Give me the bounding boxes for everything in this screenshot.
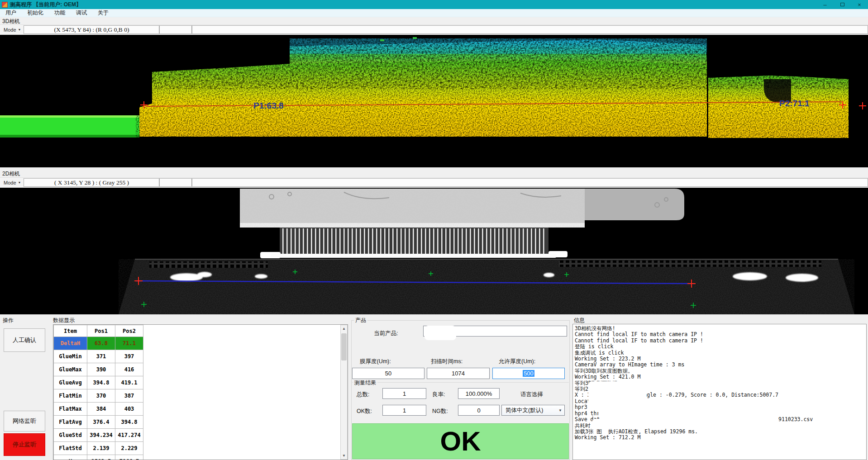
ng-count-label: NG数: xyxy=(432,408,448,415)
scroll-thumb[interactable] xyxy=(341,333,347,360)
cell-pos1[interactable]: 63.8 xyxy=(87,337,115,350)
cell-pos2[interactable]: 417.274 xyxy=(115,429,143,442)
menu-item[interactable]: 用户 xyxy=(0,9,22,17)
column-header-item[interactable]: Item xyxy=(54,325,87,337)
cell-pos1[interactable]: 394.234 xyxy=(87,429,115,442)
cell-pos2[interactable]: 403 xyxy=(115,403,143,416)
yield-input[interactable]: 100.000% xyxy=(458,388,500,399)
cell-pos2[interactable]: 71.1 xyxy=(115,337,143,350)
chevron-down-icon: ▼ xyxy=(18,181,21,184)
cell-pos1[interactable]: 2.139 xyxy=(87,442,115,455)
maximize-icon xyxy=(840,3,844,6)
cell-pos1[interactable]: 376.4 xyxy=(87,416,115,429)
cell-item[interactable]: GlueAvg xyxy=(54,376,87,389)
info-section-label: 信息 xyxy=(574,317,585,324)
cell-item[interactable]: FlatMax xyxy=(54,403,87,416)
cell-item[interactable]: DeltaH xyxy=(54,337,87,350)
log-line: Working Set : 712.2 M xyxy=(575,435,866,441)
log-line: Cannot find local IF to match camera IP … xyxy=(575,332,866,337)
menu-bar: 用户初始化功能调试关于 xyxy=(0,9,868,17)
manual-confirm-button[interactable]: 人工确认 xyxy=(4,328,45,352)
maximize-button[interactable] xyxy=(834,0,851,9)
cell-pos1[interactable]: 390 xyxy=(87,363,115,376)
scroll-down-icon[interactable]: ▼ xyxy=(342,452,346,459)
table-row[interactable]: FlatStd 2.139 2.229 xyxy=(54,442,143,455)
table-row[interactable]: GlueStd 394.234 417.274 xyxy=(54,429,143,442)
ng-count-input[interactable]: 0 xyxy=(458,405,500,416)
scroll-up-icon[interactable]: ▲ xyxy=(342,325,346,332)
log-line: 3D相机没有网络! xyxy=(575,326,866,332)
cell-pos2[interactable]: 387 xyxy=(115,389,143,403)
measurement-table: Item Pos1 Pos2 DeltaH 63.8 71.1 GlueMin xyxy=(53,325,143,460)
cell-pos1[interactable]: 2583.5 xyxy=(87,455,115,460)
log-line: 登陆 is click xyxy=(575,344,866,350)
table-scrollbar[interactable]: ▲ ▼ xyxy=(340,325,348,460)
measurement-section-label: 测量结果 xyxy=(353,379,377,387)
cell-pos1[interactable]: 384 xyxy=(87,403,115,416)
total-input[interactable]: 1 xyxy=(382,388,426,399)
stop-listen-button[interactable]: 停止监听 xyxy=(4,433,45,456)
cell-pos2[interactable]: 7966.7 xyxy=(115,455,143,460)
scan-time-input[interactable]: 1074 xyxy=(427,368,490,379)
cell-pos1[interactable]: 394.8 xyxy=(87,376,115,389)
log-line: 加载3张 图 执行AOI检查, Elapsed 19296 ms. xyxy=(575,429,866,435)
table-row[interactable]: GlueAvg 394.8 419.1 xyxy=(54,376,143,389)
log-line: Working Set : 421.0 M xyxy=(575,374,866,380)
cell-pos2[interactable]: 397 xyxy=(115,350,143,363)
cell-pos2[interactable]: 416 xyxy=(115,363,143,376)
selected-text: 500 xyxy=(523,370,534,377)
scan-time-label: 扫描时间ms: xyxy=(431,358,463,365)
allow-thickness-input[interactable]: 500 xyxy=(492,368,565,379)
cell-item[interactable]: FlatStd xyxy=(54,442,87,455)
minimize-button[interactable]: – xyxy=(816,0,834,9)
menu-item[interactable]: 关于 xyxy=(92,9,114,17)
camera2d-mode-button[interactable]: Mode ▼ xyxy=(1,178,24,187)
cell-item[interactable]: GlueMin xyxy=(54,350,87,363)
cell-pos1[interactable]: 371 xyxy=(87,350,115,363)
table-row[interactable]: X 2583.5 7966.7 xyxy=(54,455,143,460)
table-row[interactable]: FlatAvg 376.4 394.8 xyxy=(54,416,143,429)
cell-pos2[interactable]: 419.1 xyxy=(115,376,143,389)
menu-item[interactable]: 调试 xyxy=(71,9,92,17)
cell-item[interactable]: FlatAvg xyxy=(54,416,87,429)
language-select-label: 语言选择 xyxy=(520,391,543,398)
yield-label: 良率: xyxy=(432,391,445,398)
cell-pos1[interactable]: 370 xyxy=(87,389,115,403)
menu-item[interactable]: 初始化 xyxy=(22,9,49,17)
operation-section-label: 操作 xyxy=(3,317,14,324)
cell-item[interactable]: X xyxy=(54,455,87,460)
camera3d-mode-button[interactable]: Mode ▼ xyxy=(1,25,24,34)
log-line: Working Set : 223.2 M xyxy=(575,356,866,362)
cell-pos2[interactable]: 2.229 xyxy=(115,442,143,455)
table-row[interactable]: FlatMin 370 387 xyxy=(54,389,143,403)
close-button[interactable]: × xyxy=(851,0,868,9)
cell-pos2[interactable]: 394.8 xyxy=(115,416,143,429)
current-product-label: 当前产品: xyxy=(374,330,398,337)
total-label: 总数: xyxy=(357,391,369,398)
product-section-label: 产品 xyxy=(354,317,367,324)
chevron-down-icon: ▼ xyxy=(18,28,21,31)
menu-item[interactable]: 功能 xyxy=(49,9,71,17)
camera3d-pixel-status: (X 5473, Y 84) : (R 0,G 0,B 0) xyxy=(24,25,159,34)
title-bar: 测高程序 【当前用户: OEM】 – × xyxy=(0,0,868,9)
language-select[interactable]: 简体中文(默认) ▼ xyxy=(501,405,565,416)
redaction-blob xyxy=(424,326,456,340)
log-line: Save dat 9110233.csv xyxy=(575,417,866,422)
ok-count-input[interactable]: 1 xyxy=(382,405,426,416)
cell-item[interactable]: FlatMin xyxy=(54,389,87,403)
network-listen-button[interactable]: 网络监听 xyxy=(4,411,45,432)
column-header-pos1[interactable]: Pos1 xyxy=(87,325,115,337)
redaction-blob xyxy=(592,419,618,427)
table-row[interactable]: GlueMax 390 416 xyxy=(54,363,143,376)
cell-item[interactable]: GlueStd xyxy=(54,429,87,442)
camera3d-status-cell-3 xyxy=(192,25,868,34)
column-header-pos2[interactable]: Pos2 xyxy=(115,325,143,337)
table-row[interactable]: FlatMax 384 403 xyxy=(54,403,143,416)
camera3d-image[interactable]: P1:63.8 P2:71.1 xyxy=(0,35,868,167)
camera2d-pixel-status: ( X 3145, Y 28 ) : ( Gray 255 ) xyxy=(24,178,159,187)
table-row[interactable]: DeltaH 63.8 71.1 xyxy=(54,337,143,350)
table-row[interactable]: GlueMin 371 397 xyxy=(54,350,143,363)
camera2d-image[interactable] xyxy=(0,188,868,314)
film-thickness-input[interactable]: 50 xyxy=(352,368,424,379)
cell-item[interactable]: GlueMax xyxy=(54,363,87,376)
